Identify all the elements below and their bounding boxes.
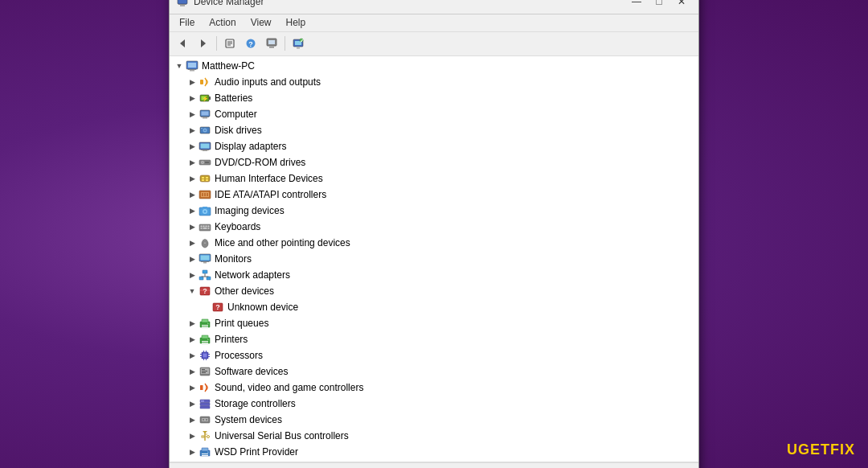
svg-rect-22	[188, 69, 196, 70]
computer-label: Computer	[215, 109, 257, 120]
tree-item-ide[interactable]: ▶ IDE ATA/ATAPI controllers	[170, 187, 698, 203]
svg-rect-126	[202, 448, 208, 451]
tree-item-computer[interactable]: ▶ Computer	[170, 106, 698, 122]
disk-label: Disk drives	[215, 125, 262, 136]
storage-label: Storage controllers	[215, 398, 296, 409]
properties-button[interactable]	[220, 34, 240, 53]
svg-rect-109	[202, 372, 206, 373]
svg-rect-114	[201, 400, 204, 401]
tree-item-batteries[interactable]: ▶ ⚡ Batteries	[170, 90, 698, 106]
svg-rect-76	[207, 277, 211, 280]
network-label: Network adapters	[215, 269, 290, 281]
network-expand-icon: ▶	[186, 269, 199, 281]
hid-expand-icon: ▶	[186, 172, 199, 185]
tree-item-processors[interactable]: ▶ Processors	[170, 347, 698, 363]
svg-rect-129	[207, 451, 209, 453]
svg-rect-35	[201, 128, 203, 129]
computer-expand-icon: ▶	[186, 108, 199, 121]
menu-help[interactable]: Help	[280, 15, 313, 30]
svg-rect-101	[200, 354, 202, 355]
batteries-expand-icon: ▶	[186, 92, 199, 105]
tree-item-display[interactable]: ▶ Display adapters	[170, 138, 698, 154]
maximize-button[interactable]: □	[649, 0, 669, 10]
wsd-label: WSD Print Provider	[215, 446, 298, 458]
svg-rect-110	[200, 385, 203, 390]
svg-rect-88	[202, 326, 208, 327]
svg-rect-93	[202, 343, 208, 343]
svg-text:?: ?	[203, 287, 207, 295]
tree-item-hid[interactable]: ▶ Human Interface Devices	[170, 170, 698, 187]
keyboards-expand-icon: ▶	[186, 220, 199, 233]
back-button[interactable]	[173, 34, 192, 53]
svg-rect-104	[208, 356, 210, 357]
tree-item-mice[interactable]: ▶ Mice and other pointing devices	[170, 235, 698, 251]
device-tree[interactable]: ▼ Matthew-PC ▶ Audio	[170, 56, 698, 462]
svg-rect-16	[297, 47, 300, 49]
svg-rect-44	[200, 175, 210, 182]
hid-icon	[199, 172, 211, 185]
svg-rect-99	[203, 359, 204, 360]
status-bar	[170, 462, 698, 469]
tree-item-sound[interactable]: ▶ Sound, video and game controllers	[170, 380, 698, 396]
svg-rect-30	[203, 117, 207, 119]
update-driver-button[interactable]	[262, 34, 281, 53]
svg-rect-60	[203, 225, 205, 227]
svg-rect-23	[200, 80, 203, 84]
menu-file[interactable]: File	[173, 15, 201, 30]
menu-view[interactable]: View	[244, 15, 278, 30]
forward-button[interactable]	[194, 34, 213, 53]
scan-button[interactable]: ✓	[289, 34, 308, 53]
svg-rect-62	[208, 225, 210, 227]
svg-rect-100	[206, 359, 207, 360]
unknown-icon: ?	[211, 301, 224, 314]
tree-item-printers[interactable]: ▶ Printers	[170, 331, 698, 347]
tree-item-system[interactable]: ▶ System devices	[170, 412, 698, 428]
tree-item-storage[interactable]: ▶ Storage controllers	[170, 396, 698, 412]
svg-rect-107	[202, 369, 205, 370]
monitor-icon	[199, 252, 211, 265]
svg-rect-75	[199, 277, 203, 280]
svg-rect-31	[201, 117, 209, 117]
other-icon: ?	[199, 285, 211, 298]
help-button[interactable]: ?	[241, 34, 260, 53]
tree-item-usb[interactable]: ▶ Universal Serial Bus controllers	[170, 428, 698, 444]
svg-rect-86	[202, 319, 208, 322]
svg-rect-102	[200, 356, 202, 357]
tree-item-other[interactable]: ▼ ? Other devices	[170, 283, 698, 299]
keyboard-icon	[199, 220, 211, 233]
svg-rect-12	[268, 40, 275, 44]
tree-item-wsd[interactable]: ▶ WSD Print Provider	[170, 444, 698, 460]
tree-item-keyboards[interactable]: ▶ Keyboards	[170, 219, 698, 235]
tree-item-dvd[interactable]: ▶ DVD/CD-ROM drives	[170, 154, 698, 170]
hid-label: Human Interface Devices	[215, 173, 323, 184]
tree-item-disk[interactable]: ▶ Disk drives	[170, 122, 698, 138]
storage-expand-icon: ▶	[186, 397, 199, 410]
tree-item-monitors[interactable]: ▶ Monitors	[170, 251, 698, 267]
tree-item-printq[interactable]: ▶ Print queues	[170, 315, 698, 331]
usb-icon	[199, 429, 211, 442]
tree-item-network[interactable]: ▶ Network adapters	[170, 267, 698, 283]
svg-rect-87	[202, 325, 208, 326]
processors-expand-icon: ▶	[186, 349, 199, 362]
tree-item-software[interactable]: ▶ Software devices	[170, 363, 698, 380]
svg-rect-45	[202, 177, 204, 179]
batteries-label: Batteries	[215, 92, 252, 104]
svg-rect-113	[200, 406, 210, 408]
close-button[interactable]: ✕	[671, 0, 692, 10]
minimize-button[interactable]: —	[626, 0, 647, 10]
svg-rect-96	[203, 353, 207, 357]
tree-item-unknown[interactable]: ▶ ? Unknown device	[170, 299, 698, 315]
svg-rect-47	[206, 177, 208, 179]
svg-point-42	[202, 162, 203, 163]
tree-root[interactable]: ▼ Matthew-PC	[170, 58, 698, 74]
svg-rect-128	[202, 455, 208, 456]
tree-item-audio[interactable]: ▶ Audio inputs and outputs	[170, 74, 698, 90]
system-icon	[199, 413, 211, 426]
svg-rect-13	[269, 47, 274, 48]
printers-expand-icon: ▶	[186, 333, 199, 346]
unknown-label: Unknown device	[227, 302, 298, 313]
svg-rect-65	[208, 228, 210, 229]
svg-rect-51	[202, 193, 203, 196]
menu-action[interactable]: Action	[203, 15, 242, 30]
tree-item-imaging[interactable]: ▶ Imaging devices	[170, 203, 698, 219]
